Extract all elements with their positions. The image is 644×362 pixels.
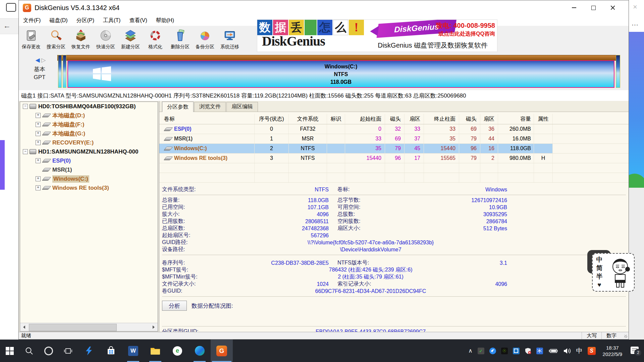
tray-sogou-icon[interactable]: S [588, 347, 596, 355]
partition-icon [164, 137, 173, 141]
quick-partition-button[interactable]: 快速分区 [93, 26, 118, 53]
task-view-button[interactable] [58, 340, 78, 362]
tree-item-hd1[interactable]: HD1:SAMSUNGMZNLN128HAHQ-000 [20, 147, 158, 156]
analyze-button[interactable]: 分析 [162, 301, 187, 311]
menu-partition[interactable]: 分区(P) [72, 15, 99, 26]
taskbar-clock[interactable]: 18:37 2022/5/9 [603, 345, 622, 357]
pinned-app-store[interactable] [100, 340, 122, 362]
delete-partition-button[interactable]: 删除分区 [168, 26, 193, 53]
table-row[interactable]: MSR(1) 1 MSR 33 69 37 35 79 44 16.0MB [159, 134, 629, 144]
tray-intel-icon[interactable] [513, 348, 520, 354]
tray-snowflake-icon[interactable] [536, 348, 543, 354]
menu-view[interactable]: 查看(V) [125, 15, 151, 26]
new-partition-button[interactable]: 新建分区 [118, 26, 143, 53]
ime-simplified-indicator[interactable]: 简 [596, 264, 603, 272]
close-button[interactable] [603, 0, 623, 15]
partition-msr-bar[interactable] [63, 55, 66, 88]
resize-grip[interactable] [621, 332, 629, 339]
tree-item-windows-re[interactable]: Windows RE tools(3) [20, 183, 158, 192]
tree-item-recovery-e[interactable]: RECOVERY(E:) [20, 138, 158, 147]
taskbar-app-edge[interactable] [189, 340, 211, 362]
action-center-button[interactable]: 2 [631, 347, 641, 355]
vol-label-value: Windows [410, 187, 507, 193]
expand-icon[interactable] [36, 176, 41, 181]
tree-item-esp[interactable]: ESP(0) [20, 156, 158, 165]
collapse-icon[interactable] [23, 149, 28, 154]
titlebar[interactable]: G DiskGenius V5.4.3.1342 x64 [19, 0, 629, 15]
cortana-button[interactable] [39, 340, 58, 362]
ime-halfwidth-indicator[interactable]: 半 [596, 273, 603, 281]
menu-disk[interactable]: 磁盘(D) [45, 15, 72, 26]
expand-icon[interactable] [36, 113, 41, 118]
search-partition-button[interactable]: 搜索分区 [44, 26, 68, 53]
tab-browse-files[interactable]: 浏览文件 [194, 102, 226, 112]
next-disk-icon[interactable]: ▷ [41, 57, 46, 63]
expand-icon[interactable] [36, 131, 41, 136]
minimize-button[interactable] [564, 0, 584, 15]
menu-tools[interactable]: 工具(T) [99, 15, 125, 26]
cartoon-mascot [606, 254, 634, 291]
background-close-icon[interactable]: × [633, 3, 637, 11]
empty-row [159, 173, 629, 183]
tree-item-local-d[interactable]: 本地磁盘(D:) [20, 111, 158, 120]
tray-ime-indicator[interactable]: 中 [576, 347, 583, 355]
back-arrow-icon[interactable]: ← [3, 21, 11, 30]
partition-re-bar[interactable] [616, 55, 620, 88]
ad-tile: 么 [333, 20, 348, 35]
tray-defender-icon[interactable] [525, 348, 531, 354]
tray-nvidia-icon[interactable]: ☉ [501, 348, 508, 354]
save-changes-button[interactable]: 保存更改 [19, 26, 44, 53]
tray-antivirus-icon[interactable]: ✓ [478, 348, 484, 354]
menu-help[interactable]: 帮助(H) [152, 15, 178, 26]
tree-horizontal-scrollbar[interactable] [20, 323, 158, 331]
expand-icon[interactable] [36, 185, 41, 190]
file-explorer-icon [150, 347, 160, 355]
empty-row [159, 163, 629, 173]
ad-qq-link[interactable]: 或点击此处选择QQ咨询 [438, 31, 495, 38]
tree-item-local-g[interactable]: 本地磁盘(G:) [20, 129, 158, 138]
tray-volume-icon[interactable] [563, 348, 571, 354]
taskbar-search-button[interactable] [19, 340, 39, 362]
ime-heart-icon[interactable]: ♥ [597, 281, 601, 289]
menu-file[interactable]: 文件(F) [19, 15, 45, 26]
backup-partition-button[interactable]: 备份分区 [193, 26, 217, 53]
tray-chevron-icon[interactable]: ∧ [468, 347, 472, 354]
recover-files-button[interactable]: 恢复文件 [68, 26, 93, 53]
tree-item-hd0[interactable]: HD0:TOSHIBAMQ04ABF100(932GB) [20, 102, 158, 111]
table-row-selected[interactable]: Windows(C:) 2 NTFS 35 79 45 15440 96 16 … [159, 144, 629, 154]
tray-dingtalk-icon[interactable] [489, 348, 496, 354]
scroll-left-icon[interactable] [20, 323, 28, 331]
collapse-icon[interactable] [23, 104, 28, 109]
ime-lang-indicator[interactable]: 中 [596, 256, 603, 264]
tab-sector-edit[interactable]: 扇区编辑 [226, 102, 258, 112]
taskbar-app-explorer[interactable] [144, 340, 166, 362]
scrollbar-thumb[interactable] [29, 324, 117, 331]
table-row[interactable]: Windows RE tools(3) 3 NTFS 15440 96 17 1… [159, 154, 629, 163]
partition-windows-bar[interactable]: Windows(C:) NTFS 118.0GB [67, 60, 614, 88]
taskbar-app-word[interactable]: W [122, 340, 144, 362]
pinned-app-flash[interactable] [78, 340, 100, 362]
taskbar-app-diskgenius[interactable]: G [211, 340, 233, 362]
tree-item-local-f[interactable]: 本地磁盘(F:) [20, 120, 158, 129]
tray-battery-icon[interactable] [548, 348, 558, 354]
expand-icon[interactable] [36, 140, 41, 145]
expand-icon[interactable] [36, 158, 41, 163]
taskbar-app-360browser[interactable]: e [166, 340, 189, 362]
tree-item-windows-c[interactable]: Windows(C:) [20, 174, 158, 183]
scroll-right-icon[interactable] [150, 323, 158, 331]
prev-disk-icon[interactable]: ◀ [36, 57, 40, 63]
partition-esp-bar[interactable] [58, 55, 62, 88]
allocation-map-label: 数据分配情况图: [192, 302, 233, 310]
volume-details: 文件系统类型: NTFS 卷标: Windows 总容量:118.0GB 总字节… [159, 183, 629, 332]
expand-icon[interactable] [36, 122, 41, 127]
sogou-ime-widget[interactable]: 中 简 半 ♥ [592, 253, 635, 292]
format-button[interactable]: 格式化 [143, 26, 168, 53]
maximize-button[interactable] [584, 0, 603, 15]
system-migration-button[interactable]: 系统迁移 [217, 26, 242, 53]
start-button[interactable] [0, 340, 19, 362]
table-row[interactable]: ESP(0) 0 FAT32 0 32 33 33 69 36 260.0MB [159, 124, 629, 134]
tab-partition-params[interactable]: 分区参数 [162, 102, 194, 112]
more-menu-icon[interactable]: ⋯ [632, 21, 638, 29]
tree-item-msr[interactable]: MSR(1) [20, 165, 158, 174]
ad-banner[interactable]: 数 据 丢 怎 么 ！ DiskGenius DiskGenius 致电: 40… [257, 19, 497, 52]
